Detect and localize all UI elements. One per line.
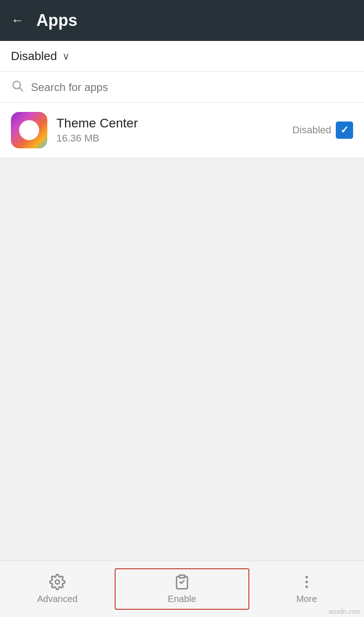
search-input[interactable] [31, 81, 353, 94]
app-name: Theme Center [56, 116, 292, 131]
bottom-nav: Advanced Enable More [0, 561, 364, 617]
empty-content-area [0, 158, 364, 559]
check-icon: ✓ [340, 124, 349, 136]
page-title: Apps [36, 11, 77, 30]
filter-bar[interactable]: Disabled ∨ [0, 41, 364, 72]
svg-point-5 [305, 581, 308, 583]
nav-item-enable[interactable]: Enable [115, 568, 249, 610]
more-vert-icon [298, 574, 315, 590]
chevron-down-icon: ∨ [62, 51, 70, 62]
app-icon [11, 112, 47, 148]
svg-point-2 [56, 580, 60, 584]
search-icon [11, 79, 24, 95]
app-status-area: Disabled ✓ [292, 121, 353, 139]
list-item[interactable]: Theme Center 16.36 MB Disabled ✓ [0, 103, 364, 158]
gear-icon [49, 574, 66, 590]
app-checkbox[interactable]: ✓ [336, 121, 353, 139]
filter-label: Disabled [11, 49, 57, 63]
app-status-text: Disabled [292, 124, 331, 136]
watermark: wsxdn.com [329, 608, 360, 615]
search-bar [0, 72, 364, 103]
nav-item-more[interactable]: More [249, 568, 364, 610]
app-list: Theme Center 16.36 MB Disabled ✓ [0, 103, 364, 158]
nav-label-more: More [296, 594, 317, 604]
svg-point-4 [305, 576, 308, 578]
svg-line-1 [20, 88, 22, 91]
nav-item-advanced[interactable]: Advanced [0, 568, 115, 610]
app-header: ← Apps [0, 0, 364, 41]
svg-rect-3 [179, 575, 185, 578]
nav-label-advanced: Advanced [37, 594, 78, 604]
app-size: 16.36 MB [56, 132, 292, 144]
back-button[interactable]: ← [11, 14, 24, 27]
nav-label-enable: Enable [168, 594, 196, 604]
clipboard-check-icon [174, 574, 190, 590]
app-info: Theme Center 16.36 MB [56, 116, 292, 144]
svg-point-6 [305, 586, 308, 588]
